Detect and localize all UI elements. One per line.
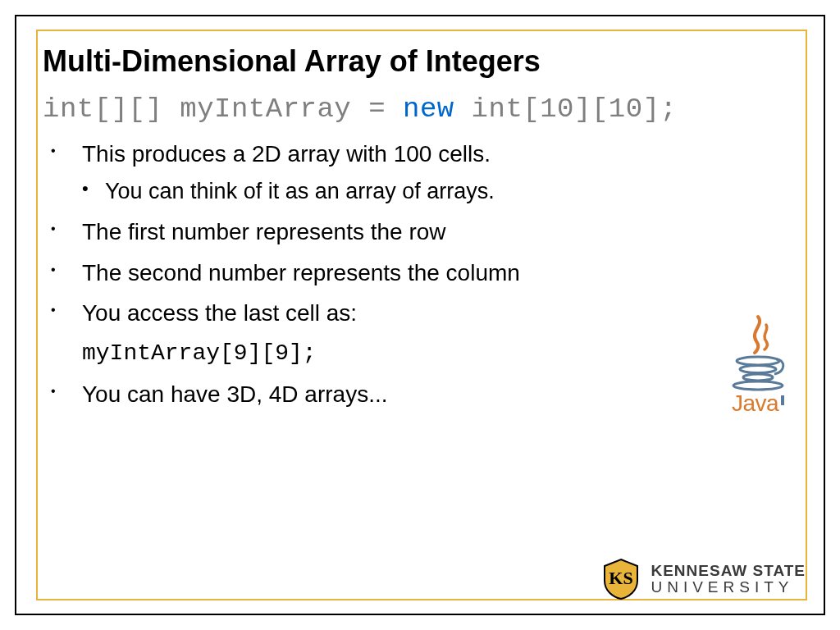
java-logo-text: Java <box>714 390 802 417</box>
code-access: myIntArray[9][9]; <box>43 336 797 371</box>
java-label: Java <box>732 390 778 416</box>
svg-text:KS: KS <box>609 568 633 588</box>
svg-point-0 <box>737 357 779 365</box>
code-declaration: int[][] myIntArray = new int[10][10]; <box>43 94 797 125</box>
bullet-2: The first number represents the row <box>43 214 797 249</box>
ksu-line-1: KENNESAW STATE <box>651 563 806 579</box>
sub-bullet-list: You can think of it as an array of array… <box>82 175 797 209</box>
code-keyword-new: new <box>403 94 454 125</box>
bullet-list-2: You can have 3D, 4D arrays... <box>43 377 797 412</box>
code-suffix: int[10][10]; <box>454 94 678 125</box>
ksu-text: KENNESAW STATE UNIVERSITY <box>651 563 806 596</box>
bullet-1: This produces a 2D array with 100 cells.… <box>43 136 797 209</box>
bullet-4: You access the last cell as: <box>43 295 797 331</box>
java-logo-icon <box>725 310 791 392</box>
bullet-1-text: This produces a 2D array with 100 cells. <box>82 141 491 167</box>
ksu-shield-icon: KS <box>601 558 641 600</box>
slide-content: Multi-Dimensional Array of Integers int[… <box>43 44 797 417</box>
bullet-3: The second number represents the column <box>43 255 797 290</box>
svg-point-2 <box>743 374 773 381</box>
java-tm-icon <box>781 395 784 405</box>
slide-title: Multi-Dimensional Array of Integers <box>43 44 797 79</box>
bullet-list: This produces a 2D array with 100 cells.… <box>43 136 797 331</box>
bullet-1a: You can think of it as an array of array… <box>82 175 797 209</box>
svg-point-3 <box>733 381 783 390</box>
svg-point-1 <box>740 366 776 373</box>
ksu-line-2: UNIVERSITY <box>651 579 806 596</box>
ksu-logo: KS KENNESAW STATE UNIVERSITY <box>601 558 806 600</box>
code-prefix: int[][] myIntArray = <box>43 94 403 125</box>
java-logo: Java <box>714 310 802 417</box>
bullet-5: You can have 3D, 4D arrays... <box>43 377 797 412</box>
